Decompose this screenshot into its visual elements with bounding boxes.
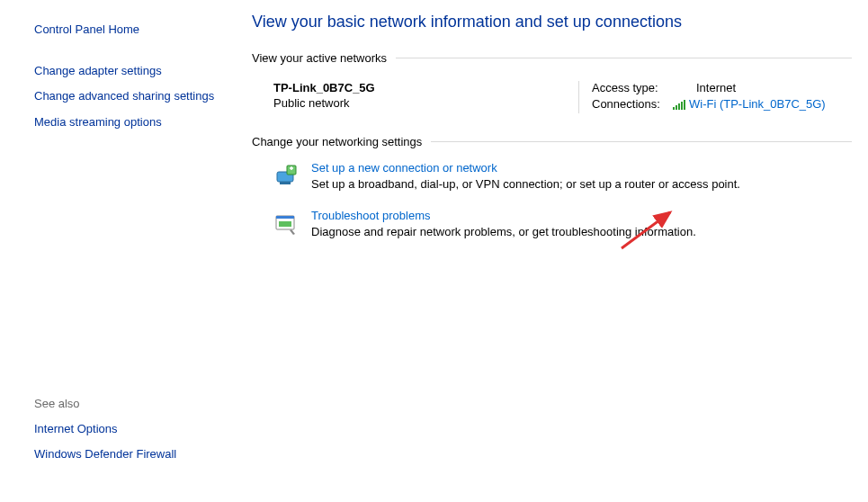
change-adapter-settings-link[interactable]: Change adapter settings (34, 63, 218, 79)
network-type: Public network (273, 96, 569, 110)
setup-connection-item: Set up a new connection or network Set u… (273, 161, 852, 191)
active-networks-header-text: View your active networks (252, 51, 387, 65)
change-advanced-sharing-link[interactable]: Change advanced sharing settings (34, 88, 218, 104)
troubleshoot-link[interactable]: Troubleshoot problems (311, 209, 430, 222)
media-streaming-options-link[interactable]: Media streaming options (34, 114, 218, 130)
change-settings-header: Change your networking settings (252, 135, 852, 148)
internet-options-link[interactable]: Internet Options (34, 421, 218, 437)
main-content: View your basic network information and … (234, 0, 868, 502)
active-networks-body: TP-Link_0B7C_5G Public network Access ty… (252, 77, 852, 135)
sidebar: Control Panel Home Change adapter settin… (0, 0, 234, 502)
wifi-signal-icon (673, 99, 685, 110)
control-panel-home-link[interactable]: Control Panel Home (34, 22, 218, 38)
troubleshoot-icon (273, 211, 300, 238)
divider (431, 141, 852, 142)
network-details: Access type: Internet Connections: Wi-Fi… (579, 81, 852, 113)
access-type-value: Internet (696, 81, 736, 94)
setup-connection-desc: Set up a broadband, dial-up, or VPN conn… (311, 177, 740, 191)
access-type-label: Access type: (592, 81, 673, 94)
svg-marker-10 (290, 229, 295, 235)
svg-rect-9 (279, 221, 291, 227)
svg-rect-3 (280, 182, 291, 184)
windows-defender-firewall-link[interactable]: Windows Defender Firewall (34, 446, 218, 462)
troubleshoot-item: Troubleshoot problems Diagnose and repai… (273, 209, 852, 238)
network-summary: TP-Link_0B7C_5G Public network (273, 81, 579, 113)
connections-label: Connections: (592, 97, 673, 111)
wifi-connection-link[interactable]: Wi-Fi (TP-Link_0B7C_5G) (689, 97, 826, 111)
svg-rect-8 (276, 216, 294, 219)
divider (396, 58, 852, 58)
settings-list: Set up a new connection or network Set u… (252, 161, 852, 238)
network-name: TP-Link_0B7C_5G (273, 81, 569, 94)
active-networks-header: View your active networks (252, 51, 852, 65)
setup-connection-link[interactable]: Set up a new connection or network (311, 161, 497, 175)
page-title: View your basic network information and … (252, 13, 852, 31)
setup-connection-icon (273, 163, 300, 190)
see-also-label: See also (34, 397, 218, 410)
change-settings-header-text: Change your networking settings (252, 135, 422, 148)
troubleshoot-desc: Diagnose and repair network problems, or… (311, 225, 696, 238)
